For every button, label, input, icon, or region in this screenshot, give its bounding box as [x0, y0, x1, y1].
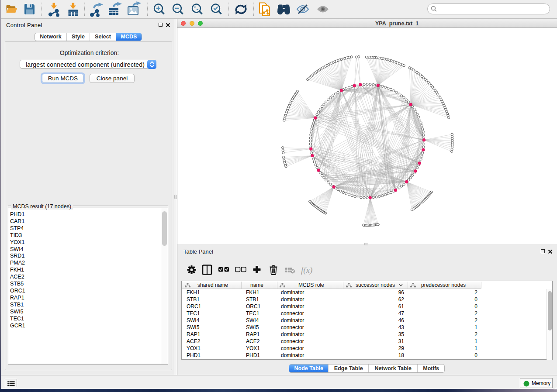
svg-text:f(x): f(x) [301, 265, 312, 275]
